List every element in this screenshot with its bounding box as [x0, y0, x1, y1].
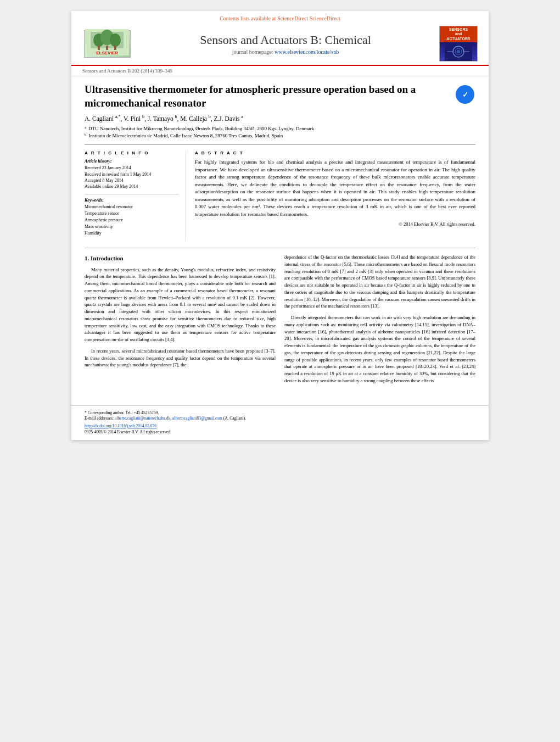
homepage-label: journal homepage: — [232, 49, 273, 55]
section1-title: 1. Introduction — [85, 254, 276, 263]
sensors-logo-image — [440, 42, 477, 62]
keyword-2: Temperature sensor — [85, 210, 179, 217]
svg-point-12 — [457, 50, 460, 53]
issn-line: 0925-4005/© 2014 Elsevier B.V. All right… — [85, 429, 475, 434]
svg-rect-7 — [114, 46, 116, 50]
header-main: ELSEVIER Sensors and Actuators B: Chemic… — [82, 24, 478, 65]
intro-paragraph-4: Directly integrated thermometers that ca… — [284, 314, 475, 384]
affil-a: DTU Nanotech, Institut for Mikro-og Nano… — [88, 125, 314, 132]
main-col-right: dependence of the Q-factor on the thermo… — [284, 254, 475, 389]
crossmark-icon: ✓ — [456, 85, 474, 104]
article-title: Ultrasensitive thermometer for atmospher… — [85, 83, 450, 110]
intro-paragraph-3: dependence of the Q-factor on the thermo… — [284, 254, 475, 310]
journal-ref-bar: Sensors and Actuators B 202 (2014) 339–3… — [71, 66, 489, 76]
elsevier-logo: ELSEVIER — [82, 29, 132, 59]
homepage-link[interactable]: www.elsevier.com/locate/snb — [275, 49, 339, 55]
journal-homepage: journal homepage: www.elsevier.com/locat… — [132, 49, 439, 55]
journal-ref: Sensors and Actuators B 202 (2014) 339–3… — [82, 68, 172, 74]
keyword-3: Atmospheric pressure — [85, 217, 179, 224]
svg-rect-6 — [106, 46, 108, 50]
info-abstract-section: A R T I C L E I N F O Article history: R… — [85, 150, 475, 241]
affil-b: Instituto de Microelectrónica de Madrid,… — [89, 132, 283, 140]
main-col-left: 1. Introduction Many material properties… — [85, 254, 276, 389]
crossmark-logo: ✓ — [456, 85, 475, 105]
affiliations: aDTU Nanotech, Institut for Mikro-og Nan… — [85, 125, 475, 139]
email-link-1[interactable]: alberto.cagliani@nanotech.dtu.dk, — [115, 416, 171, 421]
keyword-5: Humidity — [85, 230, 179, 237]
doi-link[interactable]: http://dx.doi.org/10.1016/j.snb.2014.05.… — [85, 423, 475, 428]
article-body: Ultrasensitive thermometer for atmospher… — [71, 76, 489, 400]
abstract-col: A B S T R A C T For highly integrated sy… — [195, 150, 475, 241]
article-title-section: Ultrasensitive thermometer for atmospher… — [85, 83, 475, 110]
email-label: E-mail addresses: — [85, 416, 114, 421]
footnote-text: * Corresponding author. Tel.: +45 452557… — [85, 410, 159, 415]
svg-point-4 — [110, 34, 121, 47]
page: Contents lists available at ScienceDirec… — [71, 11, 489, 440]
keywords-group: Keywords: Micromechanical resonator Temp… — [85, 198, 179, 237]
keyword-4: Mass sensitivity — [85, 224, 179, 230]
divider-2 — [85, 248, 475, 248]
received-date: Received 23 January 2014 — [85, 165, 179, 171]
article-info-col: A R T I C L E I N F O Article history: R… — [85, 150, 186, 241]
history-label: Article history: — [85, 159, 179, 164]
sensors-actuators-logo: SENSORS and ACTUATORS — [439, 26, 478, 62]
divider-1 — [85, 144, 475, 145]
journal-header: Contents lists available at ScienceDirec… — [71, 11, 489, 66]
copyright-line: © 2014 Elsevier B.V. All rights reserved… — [195, 221, 475, 227]
contents-label: Contents lists available at ScienceDirec… — [220, 15, 308, 21]
keywords-label: Keywords: — [85, 198, 179, 203]
main-content: 1. Introduction Many material properties… — [85, 254, 475, 389]
email-link-2[interactable]: alhertocagliani83@gmail.com — [172, 416, 222, 421]
footnote: * Corresponding author. Tel.: +45 452557… — [85, 410, 475, 422]
intro-paragraph-1: Many material properties, such as the de… — [85, 266, 276, 343]
authors-line: A. Cagliani a,*, V. Pini b, J. Tamayo b,… — [85, 114, 475, 122]
accepted-date: Accepted 8 May 2014 — [85, 177, 179, 183]
article-info-header: A R T I C L E I N F O — [85, 150, 179, 155]
sciencedirect-bar: Contents lists available at ScienceDirec… — [82, 15, 478, 21]
journal-title: Sensors and Actuators B: Chemical — [132, 33, 439, 47]
available-online-date: Available online 29 May 2014 — [85, 183, 179, 189]
abstract-header: A B S T R A C T — [195, 150, 475, 155]
footer: * Corresponding author. Tel.: +45 452557… — [71, 405, 489, 440]
keyword-1: Micromechanical resonator — [85, 204, 179, 210]
sciencedirect-link[interactable]: ScienceDirect — [310, 15, 340, 21]
received-revised-date: Received in revised form 1 May 2014 — [85, 171, 179, 177]
sensors-logo-text: SENSORS and ACTUATORS — [440, 26, 477, 42]
svg-rect-5 — [98, 46, 100, 50]
elsevier-image: ELSEVIER — [84, 30, 131, 58]
svg-text:ELSEVIER: ELSEVIER — [96, 51, 118, 55]
journal-title-block: Sensors and Actuators B: Chemical journa… — [132, 33, 439, 55]
intro-paragraph-2: In recent years, several microfabricated… — [85, 348, 276, 369]
abstract-text: For highly integrated systems for bio an… — [195, 159, 475, 218]
article-history: Article history: Received 23 January 201… — [85, 159, 179, 189]
email-suffix: (A. Cagliani). — [222, 416, 246, 421]
keywords-list: Micromechanical resonator Temperature se… — [85, 204, 179, 237]
